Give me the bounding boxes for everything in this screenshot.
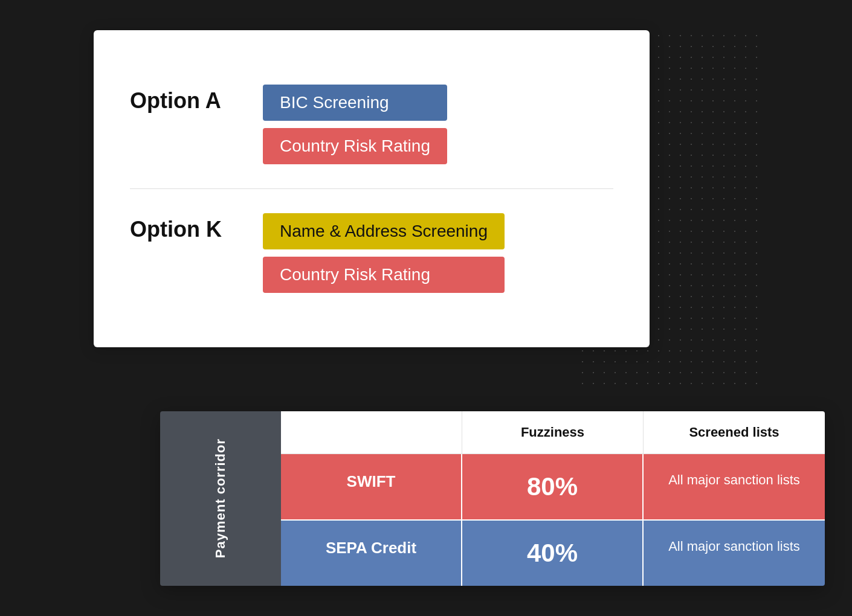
sepa-lists-cell: All major sanction lists <box>644 519 825 586</box>
corridor-label-text: Payment corridor <box>212 438 230 558</box>
scene: Option A BIC Screening Country Risk Rati… <box>94 30 758 586</box>
swift-lists-cell: All major sanction lists <box>644 454 825 519</box>
options-card: Option A BIC Screening Country Risk Rati… <box>94 30 650 347</box>
table-card: Payment corridor Fuzziness Screened list… <box>160 411 825 586</box>
option-k-label: Option K <box>130 213 263 242</box>
swift-fuzziness-cell: 80% <box>462 454 644 519</box>
table-header-screened-lists: Screened lists <box>644 411 825 454</box>
swift-name-cell: SWIFT <box>281 454 462 519</box>
country-risk-k-badge: Country Risk Rating <box>263 257 505 293</box>
option-a-row: Option A BIC Screening Country Risk Rati… <box>130 60 613 188</box>
name-address-badge: Name & Address Screening <box>263 213 505 249</box>
option-a-label: Option A <box>130 85 263 114</box>
table-header-blank <box>281 411 462 454</box>
table-header-fuzziness: Fuzziness <box>462 411 644 454</box>
option-a-badges: BIC Screening Country Risk Rating <box>263 85 447 164</box>
sepa-name-cell: SEPA Credit <box>281 519 462 586</box>
table: Payment corridor Fuzziness Screened list… <box>160 411 825 586</box>
option-k-badges: Name & Address Screening Country Risk Ra… <box>263 213 505 293</box>
option-k-row: Option K Name & Address Screening Countr… <box>130 188 613 317</box>
sepa-fuzziness-cell: 40% <box>462 519 644 586</box>
country-risk-a-badge: Country Risk Rating <box>263 128 447 164</box>
bic-screening-badge: BIC Screening <box>263 85 447 121</box>
corridor-label-cell: Payment corridor <box>160 411 281 586</box>
